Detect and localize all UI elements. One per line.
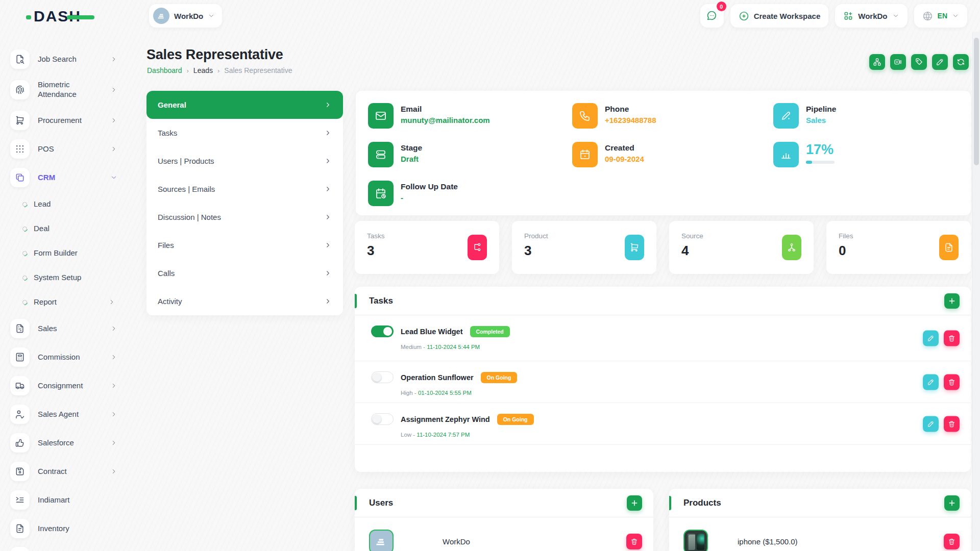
menu-item-label: Tasks: [158, 129, 177, 137]
stat-card-source: Source 4: [669, 221, 814, 274]
workspace-switcher[interactable]: WorkDo: [149, 4, 222, 28]
sidebar-item-job-search[interactable]: Job Search: [10, 45, 132, 73]
sidebar-item-label: Procurement: [38, 116, 100, 126]
sidebar-item-form-builder[interactable]: Form Builder: [10, 241, 132, 265]
menu-item-users-products[interactable]: Users | Products: [146, 147, 343, 175]
circle-icon: [22, 276, 27, 280]
remove-user-button[interactable]: [626, 534, 642, 549]
add-product-button[interactable]: [944, 495, 960, 511]
info-pipeline: Pipeline Sales: [773, 103, 836, 129]
sidebar-item-inventory[interactable]: Inventory: [10, 514, 132, 543]
menu-item-label: General: [158, 101, 186, 109]
pencil-icon: [936, 58, 944, 66]
menu-item-discussion-notes[interactable]: Discussion | Notes: [146, 203, 343, 231]
chevron-right-icon: [110, 411, 117, 418]
email-value[interactable]: munuty@mailinator.com: [401, 116, 490, 124]
sidebar-item-consignment[interactable]: Consignment: [10, 371, 132, 400]
menu-item-sources-emails[interactable]: Sources | Emails: [146, 175, 343, 203]
menu-item-tasks[interactable]: Tasks: [146, 119, 343, 147]
task-status-badge: On Going: [497, 414, 534, 425]
tag-button[interactable]: [911, 54, 927, 70]
sidebar-item-biometric-attendance[interactable]: Biometric Attendance: [10, 73, 132, 106]
sidebar-item-commission[interactable]: Commission: [10, 343, 132, 371]
toggle-knob: [373, 373, 381, 382]
dash-logo[interactable]: DASH: [34, 8, 81, 24]
scrollbar[interactable]: [972, 32, 980, 551]
trash-icon: [630, 538, 638, 545]
notification-badge: 0: [717, 2, 726, 11]
add-user-button[interactable]: [627, 495, 642, 511]
sidebar-item-report[interactable]: Report: [10, 290, 132, 314]
menu-item-label: Files: [158, 241, 174, 249]
grid-dots-icon: [10, 139, 30, 159]
menu-item-general[interactable]: General: [146, 91, 343, 119]
bar-chart-icon: [773, 142, 799, 167]
breadcrumb-leads[interactable]: Leads: [193, 66, 213, 74]
add-task-button[interactable]: [944, 293, 960, 309]
delete-task-button[interactable]: [944, 374, 960, 390]
chevron-right-icon: [110, 86, 117, 93]
chevron-right-icon: [324, 213, 332, 221]
sidebar-item-label: Lead: [34, 199, 94, 209]
topbar-right: 0 Create Workspace WorkDo EN: [700, 4, 967, 28]
workdo-apps-dropdown[interactable]: WorkDo: [835, 4, 907, 28]
task-meta: Low - 11-10-2024 7:57 PM: [401, 432, 971, 438]
sidebar-item-system-setup[interactable]: System Setup: [10, 265, 132, 290]
sidebar-item-crm[interactable]: CRM: [10, 163, 132, 192]
sidebar-item-label: Biometric Attendance: [38, 80, 100, 99]
task-complete-toggle[interactable]: [371, 325, 394, 337]
trash-icon: [948, 420, 955, 428]
task-complete-toggle[interactable]: [371, 413, 394, 425]
task-priority: Medium: [401, 344, 422, 350]
delete-task-button[interactable]: [944, 416, 960, 432]
remove-product-button[interactable]: [944, 534, 960, 549]
delete-task-button[interactable]: [944, 330, 960, 346]
menu-item-calls[interactable]: Calls: [146, 259, 343, 287]
toggle-knob: [373, 415, 381, 423]
chevron-down-icon: [952, 12, 959, 19]
fingerprint-icon: [10, 80, 30, 99]
menu-item-files[interactable]: Files: [146, 231, 343, 259]
user-avatar: [369, 530, 394, 551]
file-icon: [939, 235, 959, 260]
tasks-title: Tasks: [369, 296, 393, 306]
sidebar-item-lead[interactable]: Lead: [10, 192, 132, 216]
language-selector[interactable]: EN: [914, 4, 967, 28]
chevron-right-icon: [324, 185, 332, 193]
sidebar-item-sales-agent[interactable]: Sales Agent: [10, 400, 132, 429]
messages-button[interactable]: 0: [700, 4, 724, 28]
edit-task-button[interactable]: [923, 330, 939, 346]
edit-lead-button[interactable]: [932, 54, 948, 70]
sidebar-item-procurement[interactable]: Procurement: [10, 106, 132, 135]
create-workspace-button[interactable]: Create Workspace: [730, 4, 829, 28]
sidebar-item-pos[interactable]: POS: [10, 135, 132, 163]
sidebar-item-indiamart[interactable]: Indiamart: [10, 486, 132, 514]
edit-task-button[interactable]: [923, 416, 939, 432]
task-meta-separator: -: [411, 432, 416, 438]
circle-icon: [22, 251, 27, 256]
followup-label: Follow Up Date: [401, 182, 458, 191]
menu-item-activity[interactable]: Activity: [146, 287, 343, 315]
pencil-icon: [927, 420, 935, 428]
sidebar-item-salesforce[interactable]: Salesforce: [10, 429, 132, 457]
sidebar-item-deal[interactable]: Deal: [10, 216, 132, 241]
convert-button[interactable]: [953, 54, 969, 70]
chevron-down-icon: [110, 174, 117, 181]
stage-stack-icon: [368, 142, 394, 167]
trash-icon: [948, 378, 955, 386]
task-row: Assignment Zephyr Wind On Going Low - 11…: [355, 403, 971, 445]
page-title: Sales Representative: [146, 47, 283, 63]
scrollbar-thumb[interactable]: [974, 38, 979, 165]
sidebar-item-contract[interactable]: Contract: [10, 457, 132, 486]
labels-button[interactable]: [869, 54, 885, 70]
edit-task-button[interactable]: [923, 374, 939, 390]
meeting-button[interactable]: [890, 54, 906, 70]
info-phone: Phone +16239488788: [572, 103, 656, 129]
sidebar-item-sales[interactable]: Sales: [10, 314, 132, 343]
breadcrumb-dashboard[interactable]: Dashboard: [147, 66, 182, 74]
file-text-icon: [10, 519, 30, 538]
task-meta: High - 01-10-2024 5:55 PM: [401, 390, 971, 396]
task-complete-toggle[interactable]: [371, 371, 394, 383]
sidebar-item-label: Report: [34, 297, 94, 307]
product-name: iphone ($1,500.0): [738, 537, 798, 546]
